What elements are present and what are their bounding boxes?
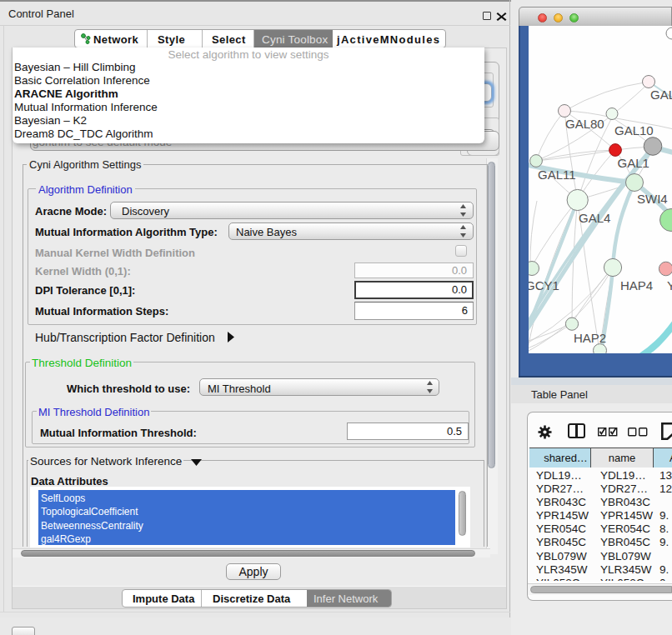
svg-text:GAL80: GAL80 [565, 117, 604, 131]
svg-text:GAL4: GAL4 [579, 211, 610, 225]
svg-text:HAP4: HAP4 [620, 278, 653, 292]
svg-text:GAL10: GAL10 [614, 123, 654, 138]
svg-text:Y: Y [667, 278, 672, 292]
svg-text:GAL: GAL [650, 88, 672, 102]
svg-text:GCY1: GCY1 [529, 278, 559, 292]
svg-text:HAP2: HAP2 [574, 331, 606, 345]
svg-text:GAL1: GAL1 [618, 156, 649, 170]
svg-text:GAL11: GAL11 [538, 168, 576, 182]
svg-text:SWI4: SWI4 [637, 192, 668, 206]
